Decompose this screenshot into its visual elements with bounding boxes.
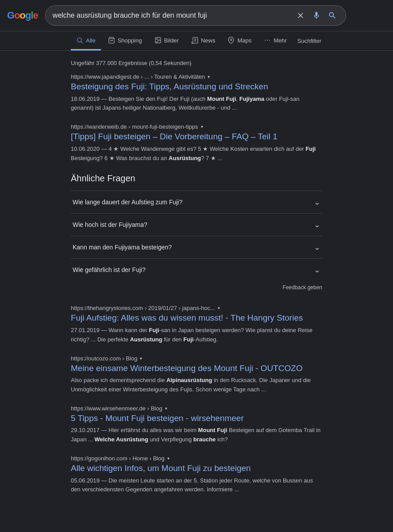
result-6-title[interactable]: Alle wichtigen Infos, um Mount Fuji zu b… [71,463,322,475]
result-3-dropdown-arrow[interactable]: ▾ [218,306,220,310]
alle-icon [76,37,83,44]
result-2: https://wanderweib.de › mount-fuji-beste… [71,123,322,163]
result-2-url: https://wanderweib.de › mount-fuji-beste… [71,123,322,130]
tab-bilder[interactable]: Bilder [149,31,184,50]
faq-question-1: Wie hoch ist der Fujiyama? [73,221,147,228]
result-6-url: https://gogonihon.com › Home › Blog ▾ [71,455,322,462]
result-1-url: https://www.japandigest.de › ... › Toure… [71,73,322,80]
search-button[interactable] [326,9,339,22]
result-2-dropdown-arrow[interactable]: ▾ [201,124,203,129]
result-4-snippet: Also packe ich dementsprechend die Alpin… [71,376,322,394]
tab-mehr[interactable]: Mehr [258,31,292,50]
suchfilter-button[interactable]: Suchfilter [294,32,325,50]
result-2-snippet: 10.06.2020 — 4 ★ Welche Wanderwege gibt … [71,145,322,163]
result-1: https://www.japandigest.de › ... › Toure… [71,73,322,113]
result-5-title[interactable]: 5 Tipps - Mount Fuji besteigen - wirsehe… [71,413,322,425]
search-bar-icons [294,9,339,22]
result-5-dropdown-arrow[interactable]: ▾ [165,406,167,411]
svg-point-8 [230,39,232,41]
search-icon [328,11,337,20]
result-4-title[interactable]: Meine einsame Winterbesteigung des Mount… [71,363,322,375]
similar-questions-title: Ähnliche Fragen [71,173,322,184]
tab-news[interactable]: News [186,31,221,50]
news-icon [191,37,198,44]
search-bar [45,5,346,26]
faq-arrow-0: ⌄ [314,197,320,207]
mic-button[interactable] [310,9,323,22]
result-1-snippet: 18.06.2019 — Besteigen Sie den Fuji! Der… [71,95,322,113]
result-3-url: https://thehangrystories.com › 2019/01/2… [71,305,322,311]
shopping-icon [108,37,115,44]
faq-question-2: Kann man den Fujiyama besteigen? [73,244,172,251]
result-3-snippet: 27.01.2019 — Wann kann der Fuji-san in J… [71,326,322,344]
mic-icon [312,11,321,20]
faq-item-2[interactable]: Kann man den Fujiyama besteigen? ⌄ [71,236,322,258]
result-4-dropdown-arrow[interactable]: ▾ [140,356,142,361]
svg-point-11 [269,40,270,41]
bilder-icon [154,37,162,44]
result-5-url: https://www.wirsehenmeer.de › Blog ▾ [71,405,322,412]
result-3-title[interactable]: Fuji Aufstieg: Alles was du wissen musst… [71,312,322,324]
faq-question-3: Wie gefährlich ist der Fuji? [73,266,146,273]
faq-item-3[interactable]: Wie gefährlich ist der Fuji? ⌄ [71,258,322,281]
header: Google [0,0,393,31]
result-3: https://thehangrystories.com › 2019/01/2… [71,305,322,344]
result-1-dropdown-arrow[interactable]: ▾ [208,74,210,79]
result-1-title[interactable]: Besteigung des Fuji: Tipps, Ausrüstung u… [71,81,322,93]
results-count: Ungefähr 377.000 Ergebnisse (0,54 Sekund… [71,56,322,73]
google-logo: Google [7,10,38,21]
faq-arrow-3: ⌄ [314,265,320,275]
faq-arrow-2: ⌄ [314,242,320,252]
result-5-snippet: 29.10.2017 — Hier erfährst du alles was … [71,426,322,444]
clear-icon [296,11,305,20]
tab-maps[interactable]: Maps [222,31,257,50]
search-input[interactable] [53,11,294,19]
svg-point-0 [77,38,81,42]
result-5: https://www.wirsehenmeer.de › Blog ▾ 5 T… [71,405,322,444]
maps-icon [227,37,235,44]
result-2-title[interactable]: [Tipps] Fuji besteigen – Die Vorbereitun… [71,131,322,143]
faq-item-0[interactable]: Wie lange dauert der Aufstieg zum Fuji? … [71,191,322,213]
result-4-url: https://outcozo.com › Blog ▾ [71,355,322,362]
feedback-link[interactable]: Feedback geben [283,284,322,291]
faq-question-0: Wie lange dauert der Aufstieg zum Fuji? [73,199,182,206]
svg-point-10 [267,40,268,41]
faq-arrow-1: ⌄ [314,220,320,230]
result-6-dropdown-arrow[interactable]: ▾ [167,456,170,461]
main-content: Ungefähr 377.000 Ergebnisse (0,54 Sekund… [0,51,393,510]
feedback-row: Feedback geben [71,281,322,294]
svg-point-4 [156,39,157,40]
mehr-icon [264,37,271,44]
similar-questions: Ähnliche Fragen Wie lange dauert der Auf… [71,173,322,294]
clear-button[interactable] [294,9,307,22]
result-6-snippet: 05.06.2019 — Die meisten Leute starten a… [71,476,322,495]
tab-shopping[interactable]: Shopping [103,31,147,50]
result-4: https://outcozo.com › Blog ▾ Meine einsa… [71,355,322,394]
tab-alle[interactable]: Alle [71,31,101,50]
svg-point-9 [265,40,266,41]
result-6: https://gogonihon.com › Home › Blog ▾ Al… [71,455,322,494]
nav-tabs: Alle Shopping Bilder News Map [0,31,393,51]
svg-line-1 [81,42,83,43]
faq-item-1[interactable]: Wie hoch ist der Fujiyama? ⌄ [71,213,322,236]
